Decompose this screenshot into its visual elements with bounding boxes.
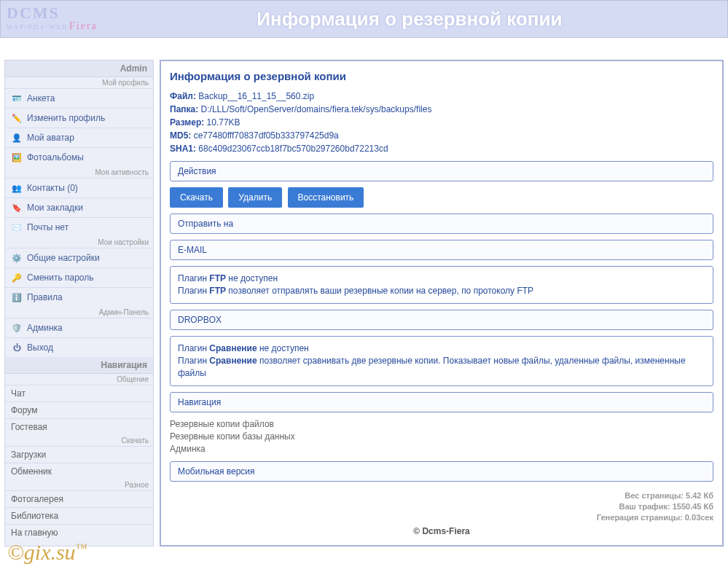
stat-weight: Вес страницы: 5.42 Кб (170, 490, 713, 501)
logo-text: DCMS (7, 6, 98, 20)
sidebar-item-label: Общие настройки (27, 253, 100, 263)
sidebar-item[interactable]: 🔑Сменить пароль (5, 267, 153, 287)
sidebar-item-label: Изменить профиль (27, 113, 105, 123)
sidebar-item[interactable]: Загрузки (5, 446, 153, 463)
logo: DCMS WAP/PDA/WEBFiera (7, 6, 98, 32)
sidebar-item-label: Выход (27, 342, 53, 353)
stat-gen: Генерация страницы: 0.03сек (170, 512, 713, 523)
sidebar-header-nav: Навигация (5, 357, 153, 374)
sidebar-item[interactable]: Обменник (5, 463, 153, 479)
bookmark-icon: 🔖 (11, 202, 23, 213)
sidebar-sub-activity: Моя активность (5, 167, 153, 178)
nav-header: Навигация (170, 392, 713, 412)
sidebar-sub-misc: Разное (5, 479, 153, 490)
key-icon: 🔑 (11, 272, 23, 283)
send-to-header: Отправить на (170, 213, 713, 234)
compare-plugin-notice: Плагин Сравнение не доступен Плагин Срав… (170, 336, 713, 386)
dropbox-option[interactable]: DROPBOX (170, 310, 713, 330)
edit-icon: ✏️ (11, 112, 23, 124)
ftp-plugin-notice: Плагин FTP не доступен Плагин FTP позвол… (170, 266, 713, 304)
sidebar: Admin Мой профиль 🪪Анкета✏️Изменить проф… (4, 60, 154, 546)
sidebar-item-label: Мой аватар (27, 133, 74, 143)
sidebar-item-label: Админка (27, 323, 63, 333)
email-option[interactable]: E-MAIL (170, 240, 713, 260)
download-button[interactable]: Скачать (170, 187, 223, 208)
sidebar-item[interactable]: На главную (5, 524, 153, 541)
nav-link[interactable]: Резервные копии файлов (170, 418, 713, 431)
sidebar-item-label: Анкета (27, 93, 55, 103)
sidebar-item[interactable]: ✏️Изменить профиль (5, 108, 153, 128)
sidebar-sub-download: Скачать (5, 435, 153, 446)
avatar-icon: 👤 (11, 132, 23, 144)
stat-traffic: Ваш трафик: 1550.45 Кб (170, 501, 713, 512)
restore-button[interactable]: Восстановить (288, 187, 364, 208)
sidebar-item[interactable]: Гостевая (5, 418, 153, 435)
sidebar-item[interactable]: Форум (5, 401, 153, 418)
sidebar-item[interactable]: 🪪Анкета (5, 88, 153, 108)
copyright: © Dcms-Fiera (170, 526, 713, 536)
sidebar-item-label: Почты нет (27, 222, 69, 232)
sidebar-item-label: Сменить пароль (27, 273, 94, 283)
logo-sub: WAP/PDA/WEB (7, 23, 68, 31)
content-title: Информация о резервной копии (170, 70, 713, 82)
nav-link[interactable]: Админка (170, 443, 713, 455)
sidebar-sub-profile: Мой профиль (5, 77, 153, 88)
logo-fiera: Fiera (69, 20, 98, 31)
sidebar-item-label: Фотоальбомы (27, 152, 84, 162)
button-row: Скачать Удалить Восстановить (170, 187, 713, 208)
sidebar-item[interactable]: Чат (5, 385, 153, 401)
power-icon: ⏻ (11, 342, 23, 353)
sidebar-item[interactable]: ⏻Выход (5, 337, 153, 357)
sidebar-item[interactable]: 🖼️Фотоальбомы (5, 147, 153, 167)
card-icon: 🪪 (11, 93, 23, 104)
sidebar-item[interactable]: 👥Контакты (0) (5, 178, 153, 197)
footer-stats: Вес страницы: 5.42 Кб Ваш трафик: 1550.4… (170, 490, 713, 523)
sidebar-item-label: Контакты (0) (27, 183, 78, 193)
contact-icon: 👥 (11, 182, 23, 194)
gear-icon: ⚙️ (11, 252, 23, 264)
photo-icon: 🖼️ (11, 152, 23, 163)
sidebar-item[interactable]: ⚙️Общие настройки (5, 248, 153, 267)
nav-link[interactable]: Резервные копии базы данных (170, 431, 713, 443)
page-title: Информация о резервной копии (98, 8, 721, 31)
mail-icon: ✉️ (11, 222, 23, 233)
info-size: Размер: 10.77KB (170, 116, 713, 129)
sidebar-item[interactable]: 👤Мой аватар (5, 128, 153, 147)
sidebar-sub-chat: Общение (5, 374, 153, 385)
info-icon: ℹ️ (11, 291, 23, 303)
info-sha1: SHA1: 68c409d23067ccb18f7bc570b297260bd7… (170, 142, 713, 155)
main-content: Информация о резервной копии Файл: Backu… (160, 60, 724, 546)
header: DCMS WAP/PDA/WEBFiera Информация о резер… (0, 0, 728, 38)
admin-icon: 🛡️ (11, 322, 23, 334)
sidebar-item[interactable]: ✉️Почты нет (5, 217, 153, 237)
mobile-version-link[interactable]: Мобильная версия (170, 461, 713, 482)
sidebar-header-admin: Admin (5, 60, 153, 77)
sidebar-item[interactable]: 🔖Мои закладки (5, 197, 153, 217)
sidebar-item[interactable]: Фотогалерея (5, 490, 153, 507)
sidebar-item-label: Мои закладки (27, 203, 83, 213)
info-folder: Папка: D:/LLL/Soft/OpenServer/domains/fi… (170, 103, 713, 116)
sidebar-item[interactable]: Библиотека (5, 507, 153, 524)
info-md5: MD5: ce77480fff70837df05b333797425d9a (170, 129, 713, 142)
sidebar-sub-adminpanel: Админ-Панель (5, 307, 153, 318)
sidebar-item-label: Правила (27, 292, 63, 302)
sidebar-item[interactable]: 🛡️Админка (5, 318, 153, 337)
sidebar-item[interactable]: ℹ️Правила (5, 287, 153, 307)
sidebar-sub-settings: Мои настройки (5, 237, 153, 248)
delete-button[interactable]: Удалить (228, 187, 282, 208)
info-file: Файл: Backup__16_11_15__560.zip (170, 90, 713, 103)
actions-header: Действия (170, 161, 713, 181)
